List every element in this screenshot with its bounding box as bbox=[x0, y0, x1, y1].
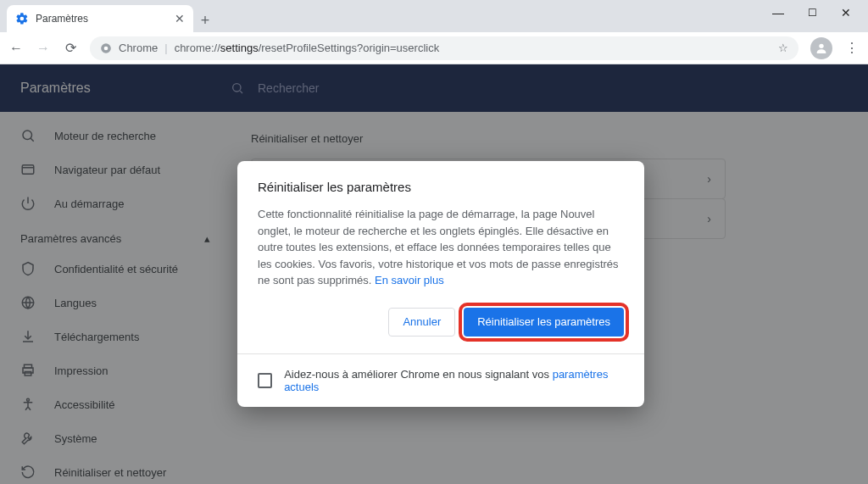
bookmark-icon[interactable]: ☆ bbox=[778, 42, 788, 54]
browser-toolbar: ← → ⟳ Chrome | chrome://settings/resetPr… bbox=[0, 32, 868, 64]
forward-button[interactable]: → bbox=[36, 41, 51, 56]
reset-dialog: Réinitialiser les paramètres Cette fonct… bbox=[237, 161, 644, 407]
profile-avatar[interactable] bbox=[810, 37, 832, 59]
back-button[interactable]: ← bbox=[8, 41, 24, 56]
cancel-button[interactable]: Annuler bbox=[388, 308, 455, 337]
maximize-button[interactable]: ☐ bbox=[808, 7, 817, 19]
browser-tab[interactable]: Paramètres ✕ bbox=[7, 5, 193, 32]
close-tab-icon[interactable]: ✕ bbox=[175, 12, 185, 25]
minimize-button[interactable]: — bbox=[772, 6, 784, 19]
reload-button[interactable]: ⟳ bbox=[63, 40, 78, 56]
close-window-button[interactable]: ✕ bbox=[841, 6, 851, 19]
dialog-body-text: Cette fonctionnalité réinitialise la pag… bbox=[258, 206, 624, 289]
svg-point-2 bbox=[819, 43, 823, 47]
separator: | bbox=[164, 42, 167, 54]
tab-strip: Paramètres ✕ + bbox=[0, 0, 868, 32]
chrome-icon bbox=[100, 42, 112, 54]
dialog-title: Réinitialiser les paramètres bbox=[258, 180, 624, 194]
learn-more-link[interactable]: En savoir plus bbox=[375, 274, 444, 287]
gear-icon bbox=[15, 12, 29, 25]
new-tab-button[interactable]: + bbox=[193, 8, 217, 32]
url-text: chrome://settings/resetProfileSettings?o… bbox=[175, 42, 440, 54]
report-checkbox[interactable] bbox=[258, 373, 272, 388]
tab-title: Paramètres bbox=[36, 13, 88, 25]
origin-label: Chrome bbox=[119, 42, 158, 54]
address-bar[interactable]: Chrome | chrome://settings/resetProfileS… bbox=[90, 36, 798, 60]
menu-icon[interactable]: ⋮ bbox=[844, 40, 860, 56]
dialog-footer-text: Aidez-nous à améliorer Chrome en nous si… bbox=[284, 368, 624, 393]
svg-point-1 bbox=[104, 46, 108, 50]
reset-confirm-button[interactable]: Réinitialiser les paramètres bbox=[464, 308, 624, 337]
